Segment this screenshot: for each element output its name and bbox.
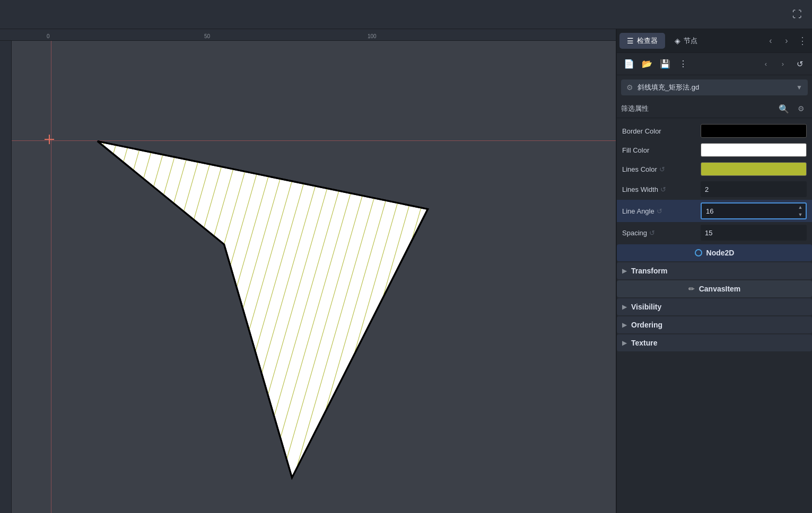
spacing-display[interactable]: 15 (701, 225, 807, 241)
nav-next-button[interactable]: › (780, 34, 793, 48)
lines-width-reset-button[interactable]: ↺ (660, 185, 666, 193)
script-gear-icon: ⚙ (626, 83, 633, 92)
section-ordering[interactable]: ▶ Ordering (617, 316, 812, 333)
line-angle-input[interactable]: 16 (701, 202, 807, 219)
spacing-reset-button[interactable]: ↺ (649, 229, 655, 237)
nav-prev-button[interactable]: ‹ (764, 34, 778, 48)
save-script-icon: 💾 (660, 59, 670, 69)
section-visibility[interactable]: ▶ Visibility (617, 298, 812, 315)
top-bar: ⛶ (0, 0, 812, 29)
node-tab-label: 节点 (684, 36, 697, 46)
spacing-input-wrapper: 15 (701, 225, 807, 241)
ruler-mark-0: 0 (47, 33, 50, 39)
panel-toolbar-right: ‹ › ↺ (758, 56, 808, 72)
lines-color-swatch[interactable] (701, 162, 807, 176)
lines-color-label: Lines Color ↺ (622, 165, 696, 173)
canvas-item-icon: ✏ (688, 285, 695, 293)
fill-color-label: Fill Color (622, 146, 696, 154)
nav-more-button[interactable]: ⋮ (796, 34, 809, 48)
fullscreen-icon: ⛶ (792, 9, 802, 20)
prop-lines-color: Lines Color ↺ (617, 160, 812, 179)
ordering-label: Ordering (631, 321, 662, 329)
more-options-icon: ⋮ (679, 59, 687, 69)
shape-svg (12, 41, 616, 513)
back-history-icon: ‹ (765, 60, 767, 68)
line-angle-label: Line Angle ↺ (622, 207, 696, 215)
tab-node[interactable]: ◈ 节点 (667, 33, 705, 49)
lines-color-reset-button[interactable]: ↺ (659, 165, 665, 173)
border-color-swatch[interactable] (701, 124, 807, 138)
prop-spacing: Spacing ↺ 15 (617, 222, 812, 243)
ruler-vertical (0, 41, 12, 513)
shape-hatch (98, 141, 428, 477)
line-angle-spinners: ▲ ▼ (795, 204, 806, 218)
line-angle-spin-up[interactable]: ▲ (795, 204, 806, 211)
lines-width-display[interactable]: 2 (701, 181, 807, 197)
properties-list: Border Color Fill Color Lines Color (617, 118, 812, 513)
inspector-tab-label: 检查器 (637, 36, 658, 46)
filter-settings-icon: ⚙ (798, 104, 805, 113)
tab-inspector[interactable]: ☰ 检查器 (619, 33, 665, 49)
border-color-label: Border Color (622, 127, 696, 135)
canvas-item-label: CanvasItem (699, 285, 741, 293)
open-script-icon: 📂 (642, 59, 652, 69)
script-dropdown-icon: ▼ (796, 84, 802, 91)
prop-lines-width: Lines Width ↺ 2 (617, 179, 812, 200)
panel-toolbar: 📄 📂 💾 ⋮ ‹ › ↺ (617, 53, 812, 75)
section-transform[interactable]: ▶ Transform (617, 262, 812, 279)
visibility-label: Visibility (631, 303, 661, 311)
lines-width-label: Lines Width ↺ (622, 185, 696, 193)
fullscreen-button[interactable]: ⛶ (788, 5, 807, 24)
script-name-label: 斜线填充_矩形法.gd (638, 83, 792, 92)
node2d-dot-icon (695, 249, 702, 256)
canvas-area[interactable]: 0 50 100 (0, 29, 616, 513)
node2d-label: Node2D (706, 249, 735, 257)
inspector-tab-icon: ☰ (627, 37, 634, 45)
lines-color-value[interactable] (701, 162, 807, 176)
texture-arrow-icon: ▶ (622, 339, 627, 347)
line-angle-value: 16 ▲ ▼ (701, 202, 807, 219)
right-panel: ☰ 检查器 ◈ 节点 ‹ › ⋮ 📄 📂 💾 (616, 29, 812, 513)
transform-arrow-icon: ▶ (622, 267, 627, 275)
prop-fill-color: Fill Color (617, 140, 812, 160)
line-angle-spin-down[interactable]: ▼ (795, 211, 806, 218)
section-canvas-item[interactable]: ✏ CanvasItem (617, 280, 812, 297)
save-script-button[interactable]: 💾 (657, 56, 673, 72)
canvas-content (12, 41, 616, 513)
spacing-value: 15 (701, 225, 807, 241)
forward-history-icon: › (782, 60, 784, 68)
filter-settings-button[interactable]: ⚙ (794, 102, 808, 116)
open-script-button[interactable]: 📂 (639, 56, 655, 72)
forward-history-button[interactable]: › (775, 56, 791, 72)
lines-width-input-wrapper: 2 (701, 181, 807, 197)
visibility-arrow-icon: ▶ (622, 303, 627, 311)
filter-search-icon: 🔍 (779, 104, 789, 114)
section-node2d[interactable]: Node2D (617, 244, 812, 261)
more-options-button[interactable]: ⋮ (675, 56, 691, 72)
panel-tabs: ☰ 检查器 ◈ 节点 ‹ › ⋮ (617, 29, 812, 53)
filter-label: 筛选属性 (621, 104, 774, 113)
undo-icon: ↺ (797, 59, 804, 69)
ordering-arrow-icon: ▶ (622, 321, 627, 329)
spacing-label: Spacing ↺ (622, 229, 696, 237)
script-selector[interactable]: ⚙ 斜线填充_矩形法.gd ▼ (621, 79, 808, 95)
prop-border-color: Border Color (617, 121, 812, 140)
fill-color-value[interactable] (701, 143, 807, 157)
ruler-horizontal: 0 50 100 (0, 29, 616, 41)
node-tab-icon: ◈ (675, 37, 680, 45)
undo-button[interactable]: ↺ (792, 56, 808, 72)
back-history-button[interactable]: ‹ (758, 56, 774, 72)
new-script-icon: 📄 (624, 59, 634, 69)
transform-label: Transform (631, 267, 667, 275)
section-texture[interactable]: ▶ Texture (617, 334, 812, 351)
texture-label: Texture (631, 339, 658, 347)
border-color-value[interactable] (701, 124, 807, 138)
filter-bar: 筛选属性 🔍 ⚙ (617, 100, 812, 118)
filter-search-button[interactable]: 🔍 (777, 102, 791, 116)
fill-color-swatch[interactable] (701, 143, 807, 157)
new-script-button[interactable]: 📄 (621, 56, 637, 72)
panel-tabs-right: ‹ › ⋮ (764, 34, 809, 48)
main-area: 0 50 100 (0, 29, 812, 513)
lines-width-value: 2 (701, 181, 807, 197)
line-angle-reset-button[interactable]: ↺ (657, 207, 662, 215)
